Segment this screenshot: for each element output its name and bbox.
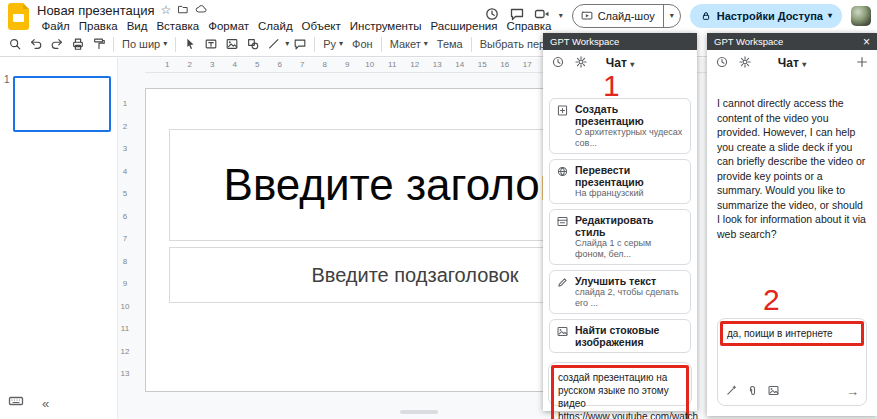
insert-line-icon[interactable] [264, 34, 284, 54]
panel1-header: GPT Workspace [543, 33, 697, 50]
menu-item[interactable]: Объект [297, 19, 345, 33]
move-folder-icon[interactable] [177, 3, 189, 17]
line-caret-icon[interactable]: ▾ [285, 40, 289, 48]
chat-caret-icon: ▾ [630, 60, 634, 69]
gpt-workspace-panel-1: GPT Workspace Чат ▾ 1 Создать презентаци… [543, 33, 697, 411]
comments-icon[interactable] [509, 6, 525, 26]
slideshow-button[interactable]: Слайд-шоу ▾ [572, 4, 681, 28]
slideshow-caret-icon[interactable]: ▾ [664, 12, 680, 20]
panel2-composer: да, поищи в интернете → [717, 318, 867, 406]
ruler-number: 17 [516, 60, 539, 72]
chat-mode-select[interactable]: Чат ▾ [543, 56, 697, 70]
menu-item[interactable]: Правка [74, 19, 122, 33]
zoom-select[interactable]: По шир▾ [118, 38, 171, 50]
suggestion-edit-style[interactable]: Редактировать стильСлайда 1 с серым фоно… [549, 209, 691, 265]
slide-thumbnail[interactable] [13, 76, 111, 132]
share-button[interactable]: Настройки Доступа ▾ [690, 4, 842, 28]
suggestion-list: Создать презентациюО архитектурных чудес… [543, 98, 697, 358]
ruler-number: 15 [471, 60, 494, 72]
suggestion-improve-text[interactable]: Улучшить текстслайда 2, чтобы сделать ег… [549, 270, 691, 314]
panel2-toolbar: Чат ▾ [707, 50, 877, 76]
annotation-box-1: создай презентацию на русском языке по э… [551, 365, 689, 419]
ruler-number: 1 [118, 99, 132, 122]
history-icon[interactable] [715, 55, 729, 71]
prompt-input[interactable]: создай презентацию на русском языке по э… [558, 371, 682, 419]
ruler-number: 11 [118, 324, 132, 347]
speaker-notes-icon[interactable] [8, 393, 24, 413]
chat-mode-select[interactable]: Чат ▾ [707, 56, 877, 70]
meet-caret-icon[interactable]: ▾ [559, 12, 563, 20]
ruler-number: 16 [494, 60, 517, 72]
menu-item[interactable]: Формат [204, 19, 254, 33]
menu-item[interactable]: Файл [37, 19, 74, 33]
insert-image-icon[interactable] [767, 384, 780, 399]
magic-wand-icon[interactable] [725, 384, 738, 399]
suggestion-create-presentation[interactable]: Создать презентациюО архитектурных чудес… [549, 98, 691, 154]
ruler-number: 14 [449, 60, 472, 72]
send-icon[interactable]: → [846, 385, 859, 398]
annotation-box-2: да, поищи в интернете [720, 321, 864, 346]
text-box-icon[interactable] [201, 34, 221, 54]
suggestion-translate[interactable]: Перевести презентациюНа французский [549, 159, 691, 204]
cloud-status-icon[interactable] [195, 3, 207, 17]
undo-icon[interactable] [26, 34, 46, 54]
version-history-icon[interactable] [484, 6, 500, 26]
redo-icon[interactable] [47, 34, 67, 54]
paint-format-icon[interactable] [89, 34, 109, 54]
annotation-number-1: 1 [603, 71, 620, 101]
menu-item[interactable]: Слайд [254, 19, 298, 33]
star-icon[interactable]: ☆ [160, 4, 171, 16]
insert-comment-icon[interactable] [290, 34, 310, 54]
app-root: Новая презентация ☆ ФайлПравкаВидВставка… [0, 0, 877, 419]
insert-shape-icon[interactable] [243, 34, 263, 54]
ruler-number: 4 [118, 167, 132, 190]
lang-tool[interactable]: Ру▾ [319, 38, 347, 50]
insert-image-icon[interactable] [222, 34, 242, 54]
topbar: Новая презентация ☆ ФайлПравкаВидВставка… [0, 0, 877, 32]
assistant-message: I cannot directly access the content of … [717, 96, 867, 241]
ruler-number: 8 [314, 60, 337, 72]
ruler-number: 6 [118, 212, 132, 235]
gpt-workspace-panel-2: GPT Workspace × Чат ▾ I cannot directly … [707, 33, 877, 416]
share-caret-icon: ▾ [828, 12, 832, 20]
share-label: Настройки Доступа [717, 10, 823, 22]
ruler-number: 9 [336, 60, 359, 72]
horizontal-scrollbar[interactable] [400, 410, 438, 414]
filmstrip-footer: « [8, 393, 49, 413]
ruler-number: 7 [291, 60, 314, 72]
suggestion-stock-images[interactable]: Найти стоковые изображения [549, 319, 691, 353]
slides-logo[interactable] [8, 3, 29, 30]
subtitle-placeholder-text: Введите подзаголовок [311, 264, 518, 287]
ruler-number: 2 [118, 122, 132, 145]
prompt-input[interactable]: да, поищи в интернете [727, 327, 857, 340]
new-chat-icon[interactable] [855, 55, 869, 71]
ruler-number: 9 [118, 279, 132, 302]
chat-caret-icon: ▾ [802, 60, 806, 69]
select-cursor-icon[interactable] [180, 34, 200, 54]
menu-item[interactable]: Вставка [152, 19, 204, 33]
attach-icon[interactable] [746, 384, 759, 399]
menu-item[interactable]: Вид [122, 19, 152, 33]
close-icon[interactable]: × [863, 36, 870, 48]
document-title[interactable]: Новая презентация [37, 3, 154, 18]
slide-number: 1 [4, 74, 10, 85]
account-avatar[interactable] [851, 6, 871, 26]
history-icon[interactable] [551, 55, 565, 71]
panel2-composer-actions: → [718, 379, 866, 405]
layout-button[interactable]: Макет▾ [386, 38, 432, 50]
theme-button[interactable]: Тема [433, 38, 467, 50]
settings-gear-icon[interactable] [738, 55, 752, 71]
title-block: Новая презентация ☆ ФайлПравкаВидВставка… [37, 2, 556, 33]
background-button[interactable]: Фон [348, 38, 377, 50]
menubar: ФайлПравкаВидВставкаФорматСлайдОбъектИнс… [37, 19, 556, 33]
meet-camera-icon[interactable] [534, 6, 550, 26]
settings-gear-icon[interactable] [574, 55, 588, 71]
slideshow-label: Слайд-шоу [598, 10, 655, 22]
menu-item[interactable]: Инструменты [345, 19, 426, 33]
panel2-title: GPT Workspace [714, 36, 783, 47]
collapse-filmstrip-icon[interactable]: « [42, 396, 49, 411]
ruler-number: 5 [118, 189, 132, 212]
ruler-number: 13 [118, 369, 132, 392]
print-icon[interactable] [68, 34, 88, 54]
search-menus-icon[interactable] [5, 34, 25, 54]
